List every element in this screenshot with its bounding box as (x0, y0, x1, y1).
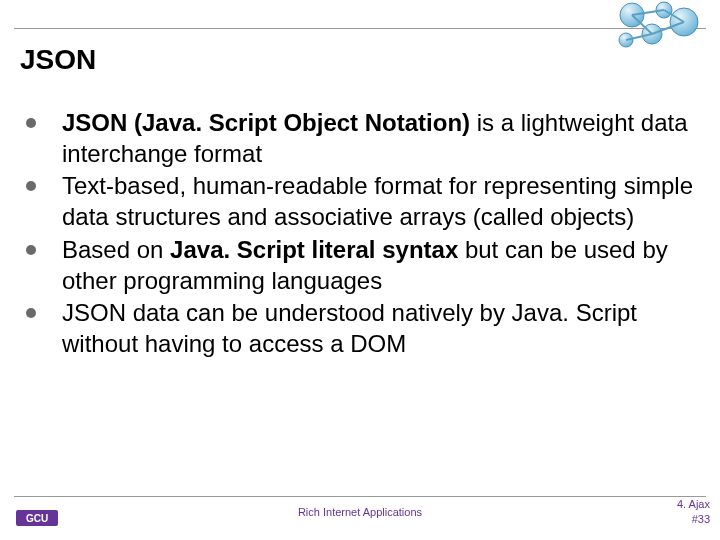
footer-right: 4. Ajax #33 (677, 497, 710, 526)
footer-slide-number: #33 (677, 512, 710, 526)
bullet-text: Text-based, human-readable format for re… (62, 171, 696, 232)
slide-title: JSON (20, 44, 96, 76)
svg-point-2 (670, 8, 698, 36)
svg-line-7 (632, 15, 652, 34)
bullet-text: JSON data can be understood natively by … (62, 298, 696, 359)
list-item: Text-based, human-readable format for re… (20, 171, 696, 232)
svg-point-4 (619, 33, 633, 47)
bullet-icon (26, 118, 36, 128)
bottom-rule (14, 496, 706, 497)
footer-center: Rich Internet Applications (0, 506, 720, 518)
bullet-icon (26, 245, 36, 255)
bullet-icon (26, 308, 36, 318)
bullet-text: JSON (Java. Script Object Notation) is a… (62, 108, 696, 169)
list-item: JSON (Java. Script Object Notation) is a… (20, 108, 696, 169)
svg-point-1 (656, 2, 672, 18)
svg-point-3 (642, 24, 662, 44)
svg-line-9 (626, 34, 652, 40)
list-item: Based on Java. Script literal syntax but… (20, 235, 696, 296)
top-rule (14, 28, 706, 29)
svg-line-5 (632, 10, 664, 15)
bullet-text: Based on Java. Script literal syntax but… (62, 235, 696, 296)
content-area: JSON (Java. Script Object Notation) is a… (20, 108, 696, 362)
svg-point-0 (620, 3, 644, 27)
svg-line-6 (664, 10, 684, 22)
footer-section-label: 4. Ajax (677, 497, 710, 511)
bullet-icon (26, 181, 36, 191)
list-item: JSON data can be understood natively by … (20, 298, 696, 359)
